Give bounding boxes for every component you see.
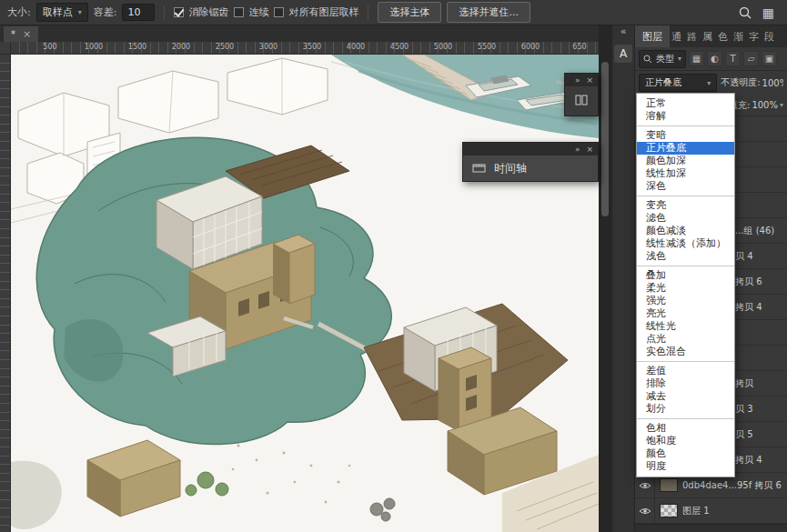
- menu-item-exclusion[interactable]: 排除: [637, 377, 734, 390]
- adjustment-layer-filter-icon[interactable]: ◐: [707, 51, 722, 66]
- options-bar: 大小: 取样点 ▾ 容差: 10 消除锯齿 连续 对所有图层取样 选择主体 选择…: [0, 0, 787, 25]
- menu-item-linear-dodge[interactable]: 线性减淡（添加）: [637, 237, 734, 250]
- contiguous-checkbox[interactable]: 连续: [234, 5, 268, 19]
- vertical-ruler[interactable]: [0, 55, 11, 532]
- collapse-icon[interactable]: »: [575, 75, 580, 85]
- options-bar-right: ▦: [739, 5, 780, 20]
- tolerance-label: 容差:: [94, 5, 117, 19]
- menu-item-difference[interactable]: 差值: [637, 365, 734, 377]
- panel-header: » ×: [463, 143, 598, 156]
- smart-object-filter-icon[interactable]: ▣: [762, 51, 777, 66]
- anti-alias-checkbox[interactable]: 消除锯齿: [174, 5, 228, 19]
- sample-size-select[interactable]: 取样点 ▾: [36, 3, 88, 22]
- chevron-down-icon: ▾: [707, 79, 711, 87]
- select-subject-button[interactable]: 选择主体: [378, 2, 441, 23]
- chevron-down-icon: ▾: [78, 8, 82, 16]
- ruler-tick: 1500: [128, 43, 146, 51]
- menu-item-hard-mix[interactable]: 实色混合: [637, 346, 734, 358]
- menu-item-soft-light[interactable]: 柔光: [637, 282, 734, 295]
- collapse-icon[interactable]: »: [575, 145, 580, 154]
- close-icon[interactable]: ×: [23, 28, 31, 40]
- workspace-icon[interactable]: ▦: [762, 5, 774, 20]
- menu-item-vivid-light[interactable]: 亮光: [637, 307, 734, 320]
- vertical-scrollbar[interactable]: [599, 25, 611, 532]
- menu-item-subtract[interactable]: 减去: [637, 390, 734, 403]
- search-icon[interactable]: [739, 6, 752, 19]
- artwork-image: [11, 55, 599, 532]
- blend-mode-select[interactable]: 正片叠底 ▾: [639, 74, 717, 92]
- select-and-mask-button[interactable]: 选择并遮住...: [447, 2, 530, 23]
- sample-size-value: 取样点: [43, 5, 73, 19]
- tab-paths[interactable]: 路: [685, 25, 701, 47]
- layer-name: 图层 1: [682, 505, 710, 517]
- menu-item-lighten[interactable]: 变亮: [637, 199, 734, 212]
- menu-item-pin-light[interactable]: 点光: [637, 333, 734, 346]
- menu-item-hue[interactable]: 色相: [637, 422, 734, 435]
- layer-row[interactable]: 图层 1: [635, 498, 787, 524]
- layer-filter-row: 类型 ▾ ▦ ◐ T ▱ ▣: [635, 47, 787, 71]
- collapsed-panel-a-icon[interactable]: A: [614, 45, 632, 63]
- opacity-control[interactable]: 不透明度: 100% ▾: [721, 76, 783, 89]
- menu-item-color[interactable]: 颜色: [637, 447, 734, 460]
- ruler-tick: 4000: [347, 43, 365, 51]
- type-layer-filter-icon[interactable]: T: [725, 51, 741, 66]
- checkbox-checked-icon: [174, 7, 184, 17]
- menu-item-dissolve[interactable]: 溶解: [637, 110, 734, 123]
- ruler-tick: 3500: [303, 43, 321, 51]
- menu-item-luminosity[interactable]: 明度: [637, 460, 734, 473]
- tab-properties[interactable]: 属: [701, 25, 716, 47]
- menu-item-divide[interactable]: 划分: [637, 403, 734, 416]
- layers-panel-footer: [635, 524, 787, 532]
- menu-item-lighter-color[interactable]: 浅色: [637, 250, 734, 263]
- menu-separator: [637, 266, 734, 266]
- menu-separator: [637, 361, 734, 362]
- document-tab[interactable]: * ×: [4, 26, 38, 42]
- tab-paragraph[interactable]: 段: [762, 25, 778, 47]
- canvas-artwork[interactable]: [11, 55, 599, 532]
- collapsed-dock-strip: « A: [611, 25, 635, 532]
- ruler-tick: 500: [43, 43, 56, 51]
- ruler-tick: 1000: [85, 43, 103, 51]
- timeline-panel-button[interactable]: 时间轴: [463, 156, 598, 181]
- menu-item-multiply[interactable]: 正片叠底: [637, 142, 734, 155]
- sample-all-layers-checkbox[interactable]: 对所有图层取样: [274, 5, 358, 19]
- menu-item-color-dodge[interactable]: 颜色减淡: [637, 225, 734, 237]
- tab-layers[interactable]: 图层: [635, 25, 670, 47]
- menu-item-saturation[interactable]: 饱和度: [637, 435, 734, 447]
- scrollbar-thumb[interactable]: [601, 62, 609, 216]
- layer-thumbnail[interactable]: [660, 478, 678, 492]
- menu-item-darken[interactable]: 变暗: [637, 129, 734, 142]
- menu-item-linear-light[interactable]: 线性光: [637, 320, 734, 333]
- tab-gradients[interactable]: 渐: [732, 25, 747, 47]
- menu-item-normal[interactable]: 正常: [637, 97, 734, 110]
- eye-icon[interactable]: [635, 498, 655, 523]
- panel-header: » ×: [565, 74, 598, 86]
- chevron-down-icon: ▾: [678, 55, 681, 63]
- collapse-panels-icon[interactable]: «: [621, 26, 627, 37]
- menu-separator: [637, 418, 734, 419]
- horizontal-ruler[interactable]: 500 1000 1500 2000 2500 3000 3500 4000 4…: [11, 42, 599, 55]
- menu-item-overlay[interactable]: 叠加: [637, 269, 734, 282]
- tab-character[interactable]: 字: [747, 25, 762, 47]
- sample-all-layers-label: 对所有图层取样: [288, 5, 358, 19]
- menu-item-hard-light[interactable]: 强光: [637, 295, 734, 307]
- fill-control[interactable]: 填充: 100% ▾: [729, 99, 783, 112]
- menu-item-darker-color[interactable]: 深色: [637, 180, 734, 193]
- checkbox-unchecked-icon: [274, 7, 284, 17]
- panel-body: [565, 86, 598, 115]
- pixel-layer-filter-icon[interactable]: ▦: [689, 51, 704, 66]
- filter-type-label: 类型: [656, 53, 674, 65]
- filter-type-select[interactable]: 类型 ▾: [639, 50, 686, 68]
- tab-channels[interactable]: 通: [670, 25, 685, 47]
- close-icon[interactable]: ×: [586, 75, 593, 85]
- shape-layer-filter-icon[interactable]: ▱: [743, 51, 759, 66]
- menu-item-linear-burn[interactable]: 线性加深: [637, 167, 734, 180]
- menu-item-screen[interactable]: 滤色: [637, 212, 734, 225]
- columns-panel-icon[interactable]: [575, 95, 588, 108]
- tolerance-input[interactable]: 10: [122, 4, 155, 21]
- tab-swatches[interactable]: 色: [716, 25, 732, 47]
- layer-thumbnail[interactable]: [660, 504, 678, 517]
- ruler-tick: 5000: [434, 43, 452, 51]
- menu-item-color-burn[interactable]: 颜色加深: [637, 155, 734, 167]
- close-icon[interactable]: ×: [586, 145, 593, 154]
